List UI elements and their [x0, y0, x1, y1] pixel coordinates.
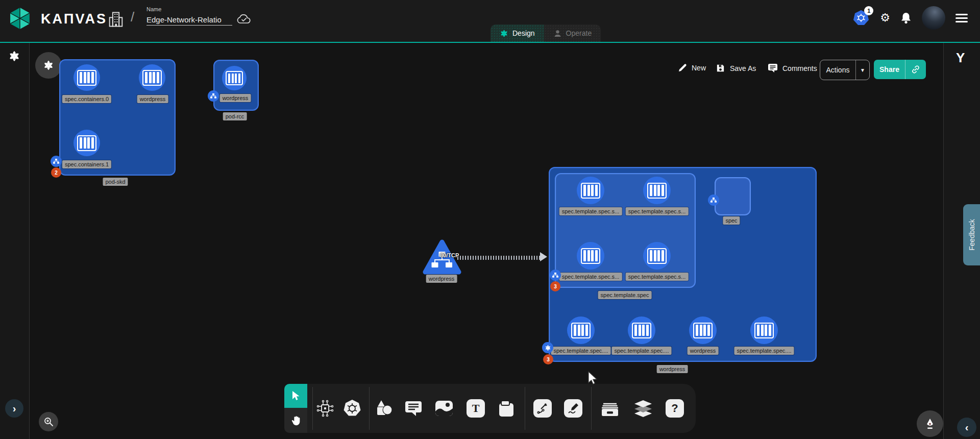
- tab-operate[interactable]: Operate: [544, 25, 601, 42]
- group-count-badge[interactable]: 3: [550, 281, 560, 291]
- tab-design[interactable]: Design: [491, 25, 544, 42]
- bezier-pen-tool-button[interactable]: [533, 399, 552, 418]
- actions-label: Actions: [820, 66, 855, 74]
- share-split-button[interactable]: Share: [874, 60, 926, 79]
- pod-group-icon[interactable]: [208, 90, 219, 102]
- node-label: spec.template.spec....: [612, 347, 672, 355]
- expand-panel-button[interactable]: ›: [5, 399, 23, 418]
- header-right-icons: 1 ⚙: [852, 0, 968, 36]
- hamburger-menu-icon[interactable]: [955, 14, 968, 22]
- group-spec-template-spec[interactable]: [555, 173, 696, 288]
- deployment-group-icon[interactable]: [542, 342, 553, 353]
- feedback-tab[interactable]: Feedback: [963, 204, 980, 265]
- help-glyph: ?: [666, 399, 684, 418]
- text-tool-button[interactable]: T: [467, 399, 485, 418]
- organization-icon[interactable]: [108, 11, 124, 28]
- group-count-badge[interactable]: 3: [543, 354, 553, 364]
- node-template-container-3[interactable]: [643, 242, 671, 270]
- node-label: spec.template.spec.s...: [559, 273, 622, 281]
- freehand-draw-tool-button[interactable]: [564, 399, 582, 418]
- kubernetes-tool-button[interactable]: [342, 398, 362, 419]
- group-count-badge[interactable]: 2: [51, 167, 61, 178]
- node-label: spec.containers.0: [62, 95, 111, 103]
- comments-button[interactable]: Comments: [768, 63, 817, 73]
- select-tool-button[interactable]: [284, 384, 307, 408]
- kanvas-logo-icon[interactable]: [8, 7, 32, 30]
- node-template-container-0[interactable]: [577, 177, 604, 204]
- container-icon: [754, 323, 774, 338]
- settings-gear-icon[interactable]: ⚙: [880, 12, 890, 23]
- new-button[interactable]: New: [678, 63, 706, 72]
- link-icon: [911, 65, 920, 74]
- pod-group-icon[interactable]: [51, 156, 62, 167]
- archive-tool-button[interactable]: [600, 399, 620, 418]
- pencil-icon: [678, 63, 687, 72]
- save-as-button[interactable]: Save As: [716, 63, 756, 73]
- left-rail: ›: [0, 43, 30, 439]
- image-tool-button[interactable]: [434, 399, 454, 418]
- container-icon: [77, 135, 96, 151]
- new-label: New: [692, 64, 706, 72]
- comment-icon: [404, 399, 423, 418]
- node-spec-containers-0[interactable]: [74, 64, 100, 91]
- pen-tool-button[interactable]: [917, 410, 943, 437]
- toolbar-divider: [591, 387, 592, 430]
- service-edge[interactable]: [457, 256, 543, 260]
- note-shape-icon: [497, 399, 517, 418]
- copy-link-button[interactable]: [905, 65, 926, 74]
- actions-caret-icon[interactable]: ▼: [856, 67, 869, 73]
- design-name-input[interactable]: [146, 14, 232, 26]
- share-label: Share: [874, 65, 905, 74]
- shapes-tool-button[interactable]: [374, 399, 394, 418]
- snowflake-icon: [43, 60, 54, 71]
- meshery-spiral-icon[interactable]: [8, 50, 20, 62]
- bottom-toolbar: T: [284, 384, 696, 433]
- group-label: spec.template.spec: [598, 291, 652, 299]
- pod-group-icon[interactable]: [708, 194, 719, 206]
- rail-logo[interactable]: Y: [956, 50, 965, 66]
- node-extra-0[interactable]: [567, 316, 595, 344]
- node-shape-tool-button[interactable]: [497, 399, 517, 418]
- hand-icon: [290, 414, 302, 427]
- collapse-panel-button[interactable]: ‹: [957, 418, 976, 437]
- node-extra-wordpress[interactable]: [689, 316, 717, 344]
- node-extra-1[interactable]: [628, 316, 655, 344]
- comment-tool-button[interactable]: [404, 399, 423, 418]
- help-tool-button[interactable]: ?: [666, 399, 684, 418]
- tab-operate-label: Operate: [566, 29, 592, 37]
- container-icon: [77, 70, 96, 86]
- zoom-search-button[interactable]: [39, 412, 58, 431]
- node-extra-3[interactable]: [750, 316, 778, 344]
- node-template-container-2[interactable]: [577, 242, 604, 270]
- pan-tool-button[interactable]: [284, 408, 307, 433]
- cloud-saved-icon: [236, 13, 252, 26]
- node-label: spec.template.spec....: [551, 347, 611, 355]
- node-spec-containers-1[interactable]: [74, 130, 100, 156]
- node-wordpress-pod-skd[interactable]: [139, 64, 165, 91]
- container-icon: [142, 70, 162, 86]
- pod-group-icon[interactable]: [550, 270, 561, 281]
- layers-tool-button[interactable]: [632, 399, 654, 418]
- container-icon: [632, 323, 651, 338]
- kubernetes-context-button[interactable]: 1: [852, 9, 870, 27]
- components-tool-button[interactable]: [315, 399, 335, 418]
- node-label: wordpress: [137, 95, 168, 103]
- comment-icon: [768, 63, 778, 73]
- node-label: spec: [723, 216, 740, 225]
- group-label: pod-skd: [103, 178, 128, 186]
- actions-split-button[interactable]: Actions ▼: [820, 60, 870, 80]
- node-label: spec.template.spec.s...: [559, 207, 622, 215]
- cursor-arrow-icon: [291, 391, 301, 402]
- canvas-context-button[interactable]: [35, 52, 62, 79]
- node-label: wordpress: [688, 347, 719, 355]
- node-wordpress-pod-rcc[interactable]: [222, 66, 247, 90]
- node-spec[interactable]: [715, 177, 751, 215]
- pen-path-icon: [536, 402, 549, 414]
- notifications-bell-icon[interactable]: [900, 12, 912, 24]
- user-avatar[interactable]: [922, 6, 945, 30]
- node-label: spec.template.spec.s...: [626, 207, 689, 215]
- container-icon: [581, 248, 600, 264]
- container-icon: [581, 183, 600, 199]
- node-template-container-1[interactable]: [643, 177, 671, 204]
- kanvas-logo-text[interactable]: KAΠVAS: [41, 11, 107, 27]
